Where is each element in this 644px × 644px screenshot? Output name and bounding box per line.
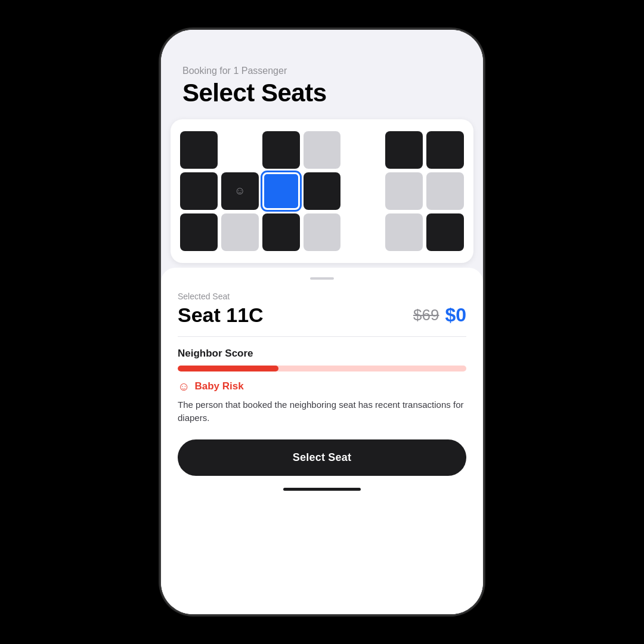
seat-r1c6[interactable] (385, 131, 423, 169)
free-price: $0 (445, 304, 466, 326)
score-bar-container (178, 366, 466, 371)
booking-label: Booking for 1 Passenger (182, 66, 462, 76)
screen-inner: Booking for 1 Passenger Select Seats (161, 30, 483, 614)
baby-risk-icon: ☺ (178, 380, 190, 394)
seat-r1c3[interactable] (262, 131, 300, 169)
seat-r3c4[interactable] (304, 213, 341, 251)
seat-name: Seat 11C (178, 304, 264, 327)
seat-r1c4[interactable] (304, 131, 341, 169)
original-price: $69 (413, 306, 439, 324)
seat-r2c5-gap (344, 172, 382, 210)
select-seat-button[interactable]: Select Seat (178, 439, 466, 476)
seat-r3c1[interactable] (180, 213, 218, 251)
seat-r3c5-gap (344, 213, 382, 251)
risk-row: ☺ Baby Risk (178, 380, 466, 394)
top-section: Booking for 1 Passenger Select Seats (161, 30, 483, 119)
seat-r2c4[interactable] (304, 172, 341, 210)
baby-icon: ☺ (234, 185, 245, 197)
price-group: $69 $0 (413, 304, 466, 326)
selected-seat-label: Selected Seat (178, 292, 466, 301)
home-indicator (283, 488, 361, 491)
seat-r3c6[interactable] (385, 213, 423, 251)
seat-r3c2[interactable] (221, 213, 259, 251)
seat-r1c7[interactable] (426, 131, 464, 169)
seat-map-card: ☺ (171, 119, 473, 263)
neighbor-score-label: Neighbor Score (178, 348, 466, 360)
score-bar-fill (178, 366, 278, 371)
screen: Booking for 1 Passenger Select Seats (161, 30, 483, 614)
seat-r2c2-baby: ☺ (221, 172, 259, 210)
seat-info-row: Seat 11C $69 $0 (178, 304, 466, 327)
seat-r2c1[interactable] (180, 172, 218, 210)
seat-r2c6[interactable] (385, 172, 423, 210)
seat-r2c3-selected[interactable] (262, 172, 300, 210)
seat-r2c7[interactable] (426, 172, 464, 210)
seat-r1c2-gap (221, 131, 259, 169)
risk-description: The person that booked the neighboring s… (178, 398, 466, 425)
seat-r1c1[interactable] (180, 131, 218, 169)
sheet-handle (310, 277, 334, 280)
risk-label: Baby Risk (194, 380, 243, 392)
seat-r3c7[interactable] (426, 213, 464, 251)
divider (178, 336, 466, 337)
bottom-sheet: Selected Seat Seat 11C $69 $0 Neighbor S… (161, 268, 483, 614)
seat-r1c5-gap (344, 131, 382, 169)
seat-grid: ☺ (180, 131, 464, 251)
page-title: Select Seats (182, 79, 462, 107)
seat-r3c3[interactable] (262, 213, 300, 251)
phone-frame: Booking for 1 Passenger Select Seats (161, 30, 483, 614)
